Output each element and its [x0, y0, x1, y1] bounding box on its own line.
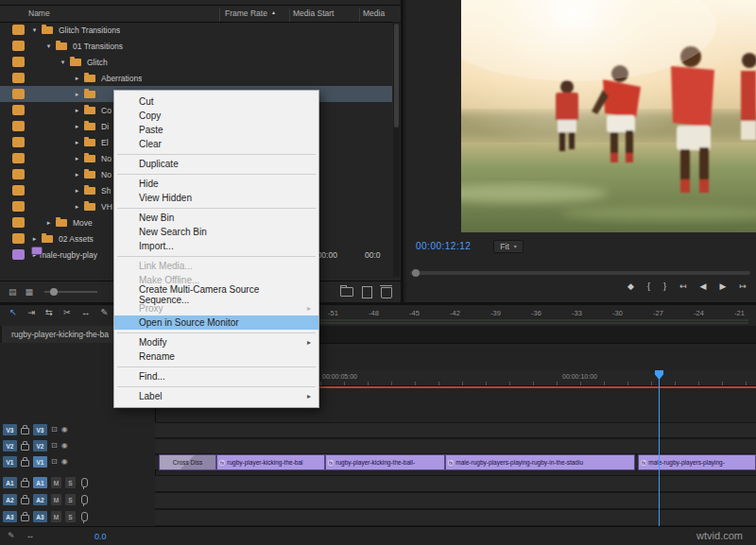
context-menu-item[interactable]: Copy ▸: [114, 109, 318, 123]
disclosure-chevron-icon[interactable]: ▸: [43, 219, 54, 227]
column-media-start[interactable]: Media Start: [293, 9, 334, 18]
transition-clip[interactable]: Cross Diss: [159, 454, 216, 470]
column-name[interactable]: Name: [28, 9, 50, 18]
label-color-chip[interactable]: [12, 121, 25, 131]
new-bin-button[interactable]: [340, 287, 353, 297]
program-timecode[interactable]: 00:00:12:12: [416, 241, 471, 251]
disclosure-chevron-icon[interactable]: ▸: [72, 107, 82, 114]
context-menu-item[interactable]: View Hidden ▸: [114, 191, 318, 205]
zoom-level-select[interactable]: Fit ▾: [493, 240, 523, 253]
track-target-button[interactable]: A2: [33, 494, 47, 505]
delete-button[interactable]: [381, 287, 392, 298]
solo-button[interactable]: S: [65, 494, 76, 505]
disclosure-chevron-icon[interactable]: ▸: [72, 203, 82, 211]
track-lane-a3[interactable]: [155, 509, 756, 526]
disclosure-chevron-icon[interactable]: ▸: [72, 171, 82, 179]
context-menu-item[interactable]: Duplicate ▸: [114, 157, 318, 171]
context-menu-item[interactable]: Rename ▸: [114, 349, 318, 364]
context-menu-item[interactable]: Hide ▸: [114, 177, 318, 191]
track-lane-v3[interactable]: [155, 422, 756, 438]
disclosure-chevron-icon[interactable]: ▸: [29, 235, 40, 243]
label-color-chip[interactable]: [12, 169, 25, 179]
disclosure-chevron-icon[interactable]: ▾: [58, 59, 68, 66]
label-color-chip[interactable]: [12, 89, 25, 99]
disclosure-chevron-icon[interactable]: ▾: [43, 43, 54, 50]
timeline-clip[interactable]: fx rugby-player-kicking-the-ball-: [325, 454, 445, 470]
disclosure-chevron-icon[interactable]: ▸: [72, 155, 82, 162]
disclosure-chevron-icon[interactable]: ▸: [72, 123, 82, 130]
new-item-button[interactable]: [362, 286, 372, 298]
context-menu-item[interactable]: Proxy ▸: [114, 301, 318, 315]
mute-button[interactable]: M: [51, 511, 61, 522]
voiceover-mic-icon[interactable]: [81, 478, 88, 487]
label-color-chip[interactable]: [12, 233, 25, 244]
disclosure-chevron-icon[interactable]: ▸: [72, 75, 82, 82]
playhead-line[interactable]: [659, 370, 660, 526]
program-video-frame[interactable]: [461, 0, 756, 232]
project-scrollbar[interactable]: [393, 22, 400, 277]
context-menu-item[interactable]: Cut ▸: [114, 94, 318, 109]
context-menu-item[interactable]: Paste ▸: [114, 123, 318, 137]
mute-button[interactable]: M: [51, 494, 61, 505]
mark-in-button[interactable]: {: [647, 282, 650, 291]
mark-out-button[interactable]: }: [663, 282, 666, 291]
label-color-chip[interactable]: [12, 185, 25, 196]
play-button[interactable]: ▶: [720, 282, 727, 291]
mute-button[interactable]: M: [51, 477, 61, 488]
voiceover-mic-icon[interactable]: [81, 495, 88, 504]
source-patch-button[interactable]: A1: [3, 477, 17, 488]
track-lane-v2[interactable]: [155, 438, 756, 454]
source-patch-button[interactable]: A2: [3, 494, 17, 505]
disclosure-chevron-icon[interactable]: ▾: [29, 26, 40, 34]
solo-button[interactable]: S: [65, 511, 76, 522]
context-menu-item[interactable]: New Bin ▸: [114, 211, 318, 225]
add-marker-button[interactable]: ◆: [627, 282, 634, 291]
label-color-chip[interactable]: [12, 105, 25, 115]
label-color-chip[interactable]: [12, 137, 25, 147]
track-target-button[interactable]: A1: [33, 477, 47, 488]
track-height-toggle-icon[interactable]: ↔: [26, 532, 35, 540]
project-bin-row[interactable]: ▾ Glitch Transitions: [0, 22, 392, 38]
solo-button[interactable]: S: [65, 477, 76, 488]
project-bin-row[interactable]: ▾ Glitch: [0, 54, 392, 70]
go-to-in-button[interactable]: ↤: [679, 282, 687, 291]
project-bin-row[interactable]: ▸ Aberrations: [0, 70, 392, 86]
label-color-chip[interactable]: [12, 41, 25, 51]
context-menu-item[interactable]: Modify ▸: [114, 335, 318, 349]
disclosure-chevron-icon[interactable]: ▸: [72, 139, 82, 146]
context-menu-item[interactable]: Label ▸: [114, 389, 318, 403]
label-color-chip[interactable]: [12, 153, 25, 163]
track-target-button[interactable]: A3: [33, 511, 47, 522]
label-color-chip[interactable]: [12, 73, 25, 83]
timeline-clip[interactable]: fx rugby-player-kicking-the-bal: [216, 454, 325, 470]
thumbnail-zoom-slider[interactable]: [44, 291, 97, 293]
zoom-slider-thumb[interactable]: [50, 288, 58, 296]
context-menu-item[interactable]: Clear ▸: [114, 137, 318, 151]
step-back-button[interactable]: ◀: [700, 282, 707, 291]
track-lane-a2[interactable]: [155, 492, 756, 509]
column-media[interactable]: Media: [363, 9, 385, 18]
label-color-chip[interactable]: [12, 201, 25, 212]
disclosure-chevron-icon[interactable]: ▸: [72, 91, 82, 98]
step-forward-button[interactable]: ↦: [739, 282, 747, 291]
context-menu-item[interactable]: Link Media... ▸: [114, 259, 318, 273]
lock-icon[interactable]: [21, 515, 29, 521]
timeline-clip[interactable]: fx male-rugby-players-playing-: [638, 454, 756, 470]
source-patch-button[interactable]: A3: [3, 511, 17, 522]
column-frame-rate[interactable]: Frame Rate: [225, 9, 267, 18]
monitor-seek-bar[interactable]: [410, 271, 750, 275]
context-menu-item[interactable]: Import... ▸: [114, 239, 318, 253]
context-menu-item[interactable]: Find... ▸: [114, 369, 318, 383]
timeline-clip[interactable]: fx male-rugby-players-playing-rugby-in-t…: [445, 454, 635, 470]
label-color-chip[interactable]: [12, 217, 25, 228]
label-color-chip[interactable]: [12, 57, 25, 67]
context-menu-item[interactable]: Open in Source Monitor ▸: [114, 315, 318, 330]
list-view-button[interactable]: ▤: [9, 288, 17, 297]
track-lane-a1[interactable]: [155, 475, 756, 492]
icon-view-button[interactable]: ▦: [26, 288, 34, 297]
seek-thumb[interactable]: [412, 269, 420, 277]
lock-icon[interactable]: [21, 481, 29, 487]
context-menu-item[interactable]: Create Multi-Camera Source Sequence... ▸: [114, 287, 318, 301]
project-bin-row[interactable]: ▾ 01 Transitions: [0, 38, 392, 54]
pencil-icon[interactable]: ✎: [8, 532, 15, 540]
